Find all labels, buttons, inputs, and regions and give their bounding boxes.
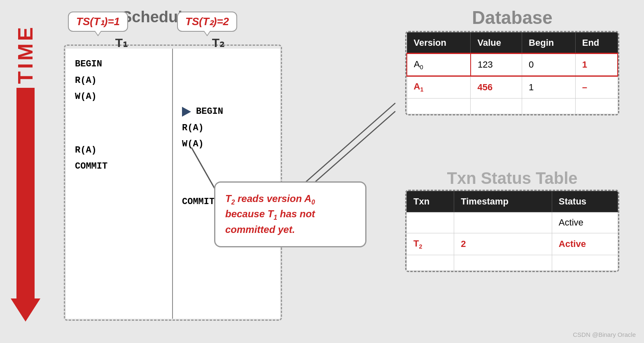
txn-t2-status: Active (552, 233, 618, 255)
db-a1-end: – (575, 76, 618, 98)
ts-t1-arrow-inner (95, 31, 101, 35)
callout-text: T2 reads version A0because T1 has notcom… (225, 192, 355, 237)
db-a0-version: A0 (407, 54, 471, 76)
db-a1-begin: 1 (522, 76, 576, 98)
txn-t2-ts: 2 (454, 233, 552, 255)
txn-row-empty (407, 255, 618, 271)
ts-t2-label: TS(T₂)=2 (185, 15, 229, 28)
db-col-begin: Begin (522, 33, 576, 54)
db-header-row: Version Value Begin End (407, 33, 618, 54)
db-empty-1 (407, 98, 471, 114)
txn-t2-id: T2 (407, 233, 454, 255)
db-row-a1: A1 456 1 – (407, 76, 618, 98)
db-col-version: Version (407, 33, 471, 54)
txn-status-title: Txn Status Table (405, 169, 619, 188)
txn-header-row: Txn Timestamp Status (407, 191, 618, 212)
time-arrowhead (11, 298, 40, 322)
txn-row-t1: Active (407, 212, 618, 233)
txn-col-txn: Txn (407, 191, 454, 212)
t1-wa: W(A) (75, 89, 163, 105)
t1-ra-2: R(A) (75, 142, 163, 159)
t1-commit: COMMIT (75, 158, 163, 175)
txn-col-timestamp: Timestamp (454, 191, 552, 212)
txn-status-table: Txn Timestamp Status Active T2 2 Active (406, 191, 618, 271)
t2-spacer-top (182, 56, 271, 103)
t1-column: BEGIN R(A) W(A) R(A) COMMIT (66, 49, 173, 319)
db-a0-end: 1 (575, 54, 618, 76)
t2-ra: R(A) (182, 120, 271, 136)
txn-t1-ts (454, 212, 552, 233)
txn-status-table-outer: Txn Timestamp Status Active T2 2 Active (405, 190, 619, 272)
db-row-a0: A0 123 0 1 (407, 54, 618, 76)
database-title: Database (405, 7, 619, 28)
txn-t1-id (407, 212, 454, 233)
db-empty-3 (522, 98, 576, 114)
t1-begin: BEGIN (75, 56, 163, 73)
txn-empty-1 (407, 255, 454, 271)
txn-t1-status: Active (552, 212, 618, 233)
database-table: Version Value Begin End A0 123 0 1 A1 45… (406, 32, 618, 114)
db-a0-begin: 0 (522, 54, 576, 76)
t1-ra-1: R(A) (75, 73, 163, 89)
callout-bubble: T2 reads version A0because T1 has notcom… (214, 181, 366, 247)
db-empty-2 (471, 98, 522, 114)
db-col-end: End (575, 33, 618, 54)
db-empty-4 (575, 98, 618, 114)
t2-wa: W(A) (182, 136, 271, 153)
t1-spacer (75, 105, 163, 142)
t1-column-header: T₁ (84, 35, 159, 50)
txn-row-t2: T2 2 Active (407, 233, 618, 255)
db-col-value: Value (471, 33, 522, 54)
t2-begin: BEGIN (182, 103, 271, 120)
time-arrow: TIME (9, 25, 42, 322)
t2-column-header: T₂ (181, 35, 255, 50)
ts-t1-label: TS(T₁)=1 (76, 15, 120, 28)
txn-empty-3 (552, 255, 618, 271)
db-a0-value: 123 (471, 54, 522, 76)
db-a1-value: 456 (471, 76, 522, 98)
time-label: TIME (14, 25, 37, 84)
ts-t2-arrow-inner (204, 31, 210, 35)
ts-t2-bubble: TS(T₂)=2 (177, 12, 237, 32)
ts-t1-bubble: TS(T₁)=1 (68, 12, 128, 32)
db-row-empty (407, 98, 618, 114)
txn-empty-2 (454, 255, 552, 271)
svg-line-3 (292, 103, 395, 194)
watermark: CSDN @Binary Oracle (573, 331, 636, 338)
time-shaft (16, 88, 35, 298)
txn-col-status: Status (552, 191, 618, 212)
t2-arrow-icon (182, 107, 191, 117)
db-a1-version: A1 (407, 76, 471, 98)
database-table-outer: Version Value Begin End A0 123 0 1 A1 45… (405, 31, 619, 115)
